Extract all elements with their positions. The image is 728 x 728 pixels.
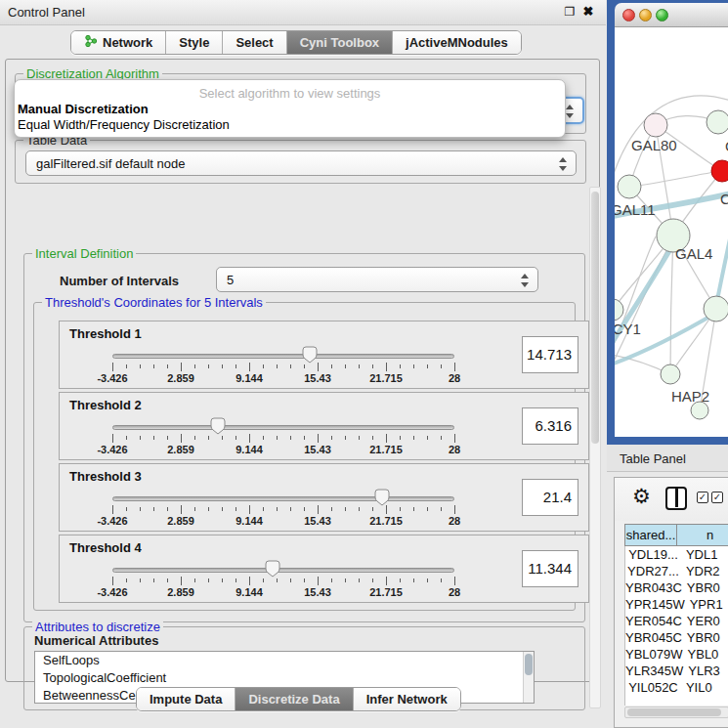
attribute-list-item[interactable]: SelfLoops bbox=[35, 652, 534, 669]
node-label: GAL4 bbox=[675, 245, 712, 262]
network-window-titlebar[interactable] bbox=[615, 3, 728, 27]
number-of-intervals-value: 5 bbox=[227, 273, 234, 287]
table-row[interactable]: YBR045CYBR0 bbox=[625, 629, 728, 646]
table-row[interactable]: YDR27...YDR2 bbox=[625, 563, 728, 579]
checkbox-checked-icon[interactable]: ✓ bbox=[711, 492, 723, 503]
network-view-window[interactable]: GAL80GACGAL11GAL4GCY1HHAP2 bbox=[607, 0, 728, 445]
network-node-hap2[interactable] bbox=[661, 364, 680, 384]
threshold-value-field[interactable]: 21.4 bbox=[522, 479, 578, 516]
cell-name: YBR0 bbox=[682, 629, 728, 646]
slider-ticks bbox=[112, 577, 454, 586]
table-data-value: galFiltered.sif default node bbox=[36, 156, 185, 171]
tab-label: Impute Data bbox=[150, 692, 222, 707]
gear-icon[interactable]: ⚙ bbox=[632, 486, 651, 507]
network-node-gal80[interactable] bbox=[644, 113, 667, 137]
tab-impute-data[interactable]: Impute Data bbox=[137, 688, 236, 710]
algorithm-dropdown-popup: Select algorithm to view settings Manual… bbox=[14, 79, 566, 138]
tab-select[interactable]: Select bbox=[223, 31, 286, 54]
close-panel-icon[interactable]: ✖ bbox=[581, 4, 595, 18]
table-row[interactable]: YDL19...YDL1 bbox=[625, 546, 728, 563]
cell-name: YIL0 bbox=[681, 679, 728, 696]
node-attribute-table: shared...n YDL19...YDL1YDR27...YDR2YBR04… bbox=[624, 524, 728, 706]
cell-shared-name: YDR27... bbox=[625, 563, 681, 579]
table-row[interactable]: YIL052CYIL0 bbox=[625, 679, 728, 696]
threshold-label: Threshold 1 bbox=[69, 326, 142, 341]
cell-shared-name: YDL19... bbox=[625, 546, 681, 563]
mac-zoom-icon[interactable] bbox=[656, 9, 668, 21]
float-window-icon[interactable]: ❐ bbox=[563, 5, 577, 19]
threshold-value-field[interactable]: 11.344 bbox=[522, 550, 578, 587]
network-node-c[interactable] bbox=[711, 160, 728, 182]
network-node-h[interactable] bbox=[704, 296, 728, 321]
tab-infer-network[interactable]: Infer Network bbox=[354, 688, 460, 710]
threshold-value-field[interactable]: 14.713 bbox=[522, 336, 578, 373]
control-panel: Control Panel ❐ ✖ NetworkStyleSelectCyni… bbox=[0, 0, 606, 728]
checkbox-checked-icon[interactable]: ✓ bbox=[697, 492, 708, 503]
threshold-panel-1: Threshold 1-3.4262.8599.14415.4321.71528… bbox=[59, 321, 589, 389]
cell-shared-name: YLR345W bbox=[625, 663, 683, 679]
node-label: GAL11 bbox=[615, 201, 656, 218]
threshold-value-field[interactable]: 6.316 bbox=[522, 407, 578, 445]
network-node[interactable] bbox=[691, 402, 708, 419]
number-of-intervals-label: Number of Intervals bbox=[60, 274, 179, 288]
number-of-intervals-combobox[interactable]: 5 bbox=[216, 267, 538, 292]
cell-name: YDR2 bbox=[681, 563, 728, 579]
table-row[interactable]: YBR043CYBR0 bbox=[625, 579, 728, 596]
bottom-tab-bar: Impute DataDiscretize DataInfer Network bbox=[136, 687, 461, 711]
table-row[interactable]: YER054CYER0 bbox=[625, 613, 728, 629]
network-node-gcy1[interactable] bbox=[615, 299, 623, 321]
table-data-combobox[interactable]: galFiltered.sif default node bbox=[25, 150, 577, 176]
tab-label: Cyni Toolbox bbox=[300, 35, 379, 50]
network-icon bbox=[84, 34, 98, 51]
tab-label: Discretize Data bbox=[248, 692, 339, 707]
panel-title: Control Panel bbox=[8, 5, 85, 20]
tab-cyni-toolbox[interactable]: Cyni Toolbox bbox=[287, 31, 393, 54]
tab-label: Select bbox=[236, 35, 273, 50]
combo-arrows-icon bbox=[558, 156, 567, 172]
slider-ticks bbox=[112, 505, 454, 515]
tab-jactivemnodules[interactable]: jActiveMNodules bbox=[393, 31, 521, 54]
table-horizontal-scrollbar[interactable] bbox=[624, 707, 728, 718]
table-row[interactable]: YLR345WYLR3 bbox=[625, 663, 728, 679]
network-node-gal11[interactable] bbox=[618, 175, 641, 198]
table-row[interactable]: YPR145WYPR1 bbox=[625, 596, 728, 613]
cell-name: YLR3 bbox=[683, 663, 728, 679]
network-canvas[interactable]: GAL80GACGAL11GAL4GCY1HHAP2 bbox=[615, 27, 728, 437]
threshold-slider-thumb[interactable] bbox=[265, 560, 280, 578]
column-header-2[interactable]: n bbox=[677, 524, 728, 546]
cell-shared-name: YIL052C bbox=[625, 679, 681, 696]
threshold-slider-track[interactable] bbox=[112, 496, 454, 501]
tab-discretize-data[interactable]: Discretize Data bbox=[236, 688, 353, 710]
table-panel-body: ⚙ ✓ ✓ shared...n YDL19...YDL1YDR27...YDR… bbox=[614, 477, 728, 728]
network-node-ga[interactable] bbox=[707, 110, 728, 134]
dropdown-option-equal-width[interactable]: Equal Width/Frequency Discretization bbox=[18, 117, 230, 132]
settings-vertical-scrollbar[interactable] bbox=[589, 187, 601, 708]
cell-name: YDL1 bbox=[681, 546, 728, 563]
tab-style[interactable]: Style bbox=[166, 31, 223, 54]
dropdown-hint-item[interactable]: Select algorithm to view settings bbox=[15, 86, 565, 101]
column-header-1[interactable]: shared... bbox=[624, 524, 677, 546]
table-row[interactable]: YBL079WYBL0 bbox=[625, 646, 728, 663]
threshold-slider-thumb[interactable] bbox=[302, 346, 318, 364]
mac-close-icon[interactable] bbox=[622, 9, 635, 21]
screen: Control Panel ❐ ✖ NetworkStyleSelectCyni… bbox=[0, 0, 728, 728]
threshold-slider-track[interactable] bbox=[112, 354, 454, 359]
threshold-slider-track[interactable] bbox=[112, 568, 454, 573]
threshold-slider-track[interactable] bbox=[112, 425, 454, 430]
node-label: C bbox=[720, 191, 728, 207]
mac-minimize-icon[interactable] bbox=[639, 9, 652, 21]
tab-network[interactable]: Network bbox=[71, 31, 166, 54]
cell-name: YBR0 bbox=[682, 579, 728, 596]
attributes-list-scrollbar[interactable] bbox=[523, 652, 534, 703]
numerical-attributes-label: Numerical Attributes bbox=[34, 633, 158, 648]
table-header-row: shared...n bbox=[624, 524, 728, 546]
threshold-slider-thumb[interactable] bbox=[210, 417, 226, 435]
split-columns-icon[interactable] bbox=[665, 487, 687, 510]
tab-label: Network bbox=[103, 35, 152, 50]
node-label: HAP2 bbox=[671, 388, 709, 405]
cyni-toolbox-panel: Discretization Algorithm Select algorith… bbox=[5, 59, 600, 682]
attribute-list-item[interactable]: TopologicalCoefficient bbox=[35, 669, 534, 687]
dropdown-option-manual[interactable]: Manual Discretization bbox=[18, 102, 149, 116]
threshold-slider-thumb[interactable] bbox=[374, 489, 390, 506]
cell-name: YPR1 bbox=[685, 596, 728, 613]
